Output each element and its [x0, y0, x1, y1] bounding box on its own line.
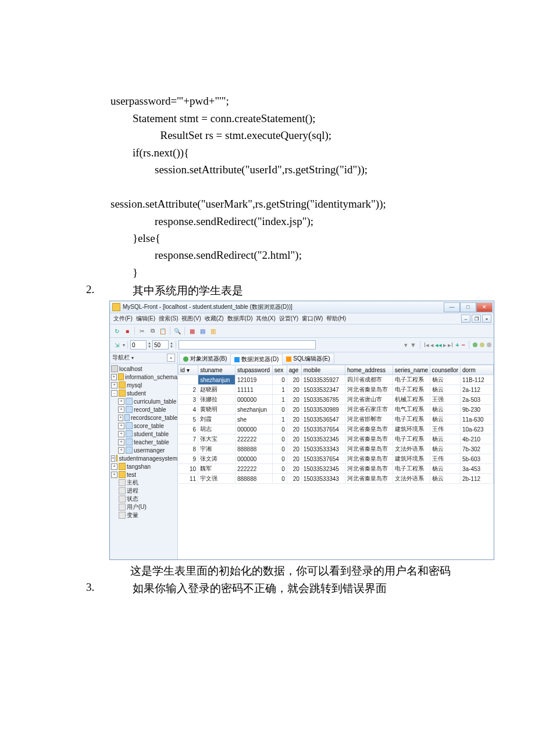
- nav-fastprev-icon[interactable]: ◂◂: [435, 341, 442, 349]
- tree-node[interactable]: +usermanger: [110, 446, 177, 454]
- spinner-down-icon[interactable]: ▼: [148, 345, 151, 348]
- data-grid[interactable]: id ▾stunamestupasswordsexagemobilehome_a…: [178, 365, 494, 559]
- maximize-button[interactable]: □: [460, 302, 476, 312]
- tree-node[interactable]: +student_table: [110, 430, 177, 438]
- view2-icon[interactable]: ▤: [198, 326, 207, 336]
- tree-root[interactable]: localhost: [110, 365, 177, 373]
- tree-expand-icon[interactable]: +: [111, 463, 117, 470]
- menu-item[interactable]: 收藏(Z): [204, 315, 225, 323]
- tree-node[interactable]: 状态: [110, 495, 177, 503]
- menu-item[interactable]: 设置(Y): [278, 315, 299, 323]
- table-row[interactable]: shezhanjun12101902015033535927四川省成都市电子工程…: [179, 375, 494, 385]
- tree-expand-icon[interactable]: +: [118, 406, 124, 413]
- tree-expand-icon[interactable]: +: [111, 382, 117, 388]
- column-header[interactable]: home_address: [345, 365, 393, 375]
- mdi-minimize-button[interactable]: –: [461, 315, 470, 323]
- column-header[interactable]: age: [287, 365, 301, 375]
- table-row[interactable]: 3张娜拉00000012015033536785河北省唐山市机械工程系王强2a-…: [179, 395, 494, 405]
- stop-icon[interactable]: ■: [123, 326, 132, 336]
- menu-item[interactable]: 帮助(H): [325, 315, 347, 323]
- tree-expand-icon[interactable]: +: [118, 439, 124, 445]
- copy-icon[interactable]: ⧉: [148, 326, 157, 336]
- nav-next-icon[interactable]: ▸: [443, 341, 447, 349]
- column-header[interactable]: dorm: [460, 365, 493, 375]
- table-row[interactable]: 6胡志00000002015033537654河北省秦皇岛市建筑环境系王伟10a…: [179, 425, 494, 434]
- menu-item[interactable]: 视图(V): [180, 315, 202, 323]
- table-row[interactable]: 5刘霞she12015033536547河北省邯郸市电子工程系杨云11a-630: [179, 415, 494, 425]
- menu-item[interactable]: 窗口(W): [301, 315, 324, 323]
- paste-icon[interactable]: 📋: [158, 326, 167, 336]
- column-header[interactable]: stuname: [198, 365, 236, 375]
- view3-icon[interactable]: ▥: [208, 326, 217, 336]
- spinner-down-icon[interactable]: ▼: [170, 345, 173, 348]
- page-size-input[interactable]: 50: [152, 340, 169, 350]
- tree-node[interactable]: +score_table: [110, 422, 177, 430]
- column-header[interactable]: series_name: [393, 365, 430, 375]
- sidebar-close-button[interactable]: ×: [167, 354, 175, 362]
- tree-node[interactable]: 进程: [110, 487, 177, 495]
- filter-input[interactable]: [179, 340, 316, 350]
- tree-node[interactable]: +record_table: [110, 405, 177, 413]
- table-row[interactable]: 9张文涛00000002015033537654河北省秦皇岛市建筑环境系王伟5b…: [179, 454, 494, 464]
- minimize-button[interactable]: —: [444, 302, 460, 312]
- cut-icon[interactable]: ✂: [137, 326, 147, 336]
- refresh-icon[interactable]: ↻: [112, 326, 122, 336]
- tab-object-browser[interactable]: 对象浏览器(B): [179, 353, 231, 364]
- table-row[interactable]: 4黄晓明shezhanjun02015033530989河北省石家庄市电气工程系…: [179, 405, 494, 415]
- tree-expand-icon[interactable]: +: [111, 472, 117, 478]
- tree-node[interactable]: +tangshan: [110, 462, 177, 470]
- table-row[interactable]: 11宇文强88888802015033533343河北省秦皇岛市文法外语系杨云2…: [179, 474, 494, 484]
- tree-node[interactable]: 主机: [110, 479, 177, 487]
- search-icon[interactable]: 🔍: [173, 326, 182, 336]
- dropdown-icon[interactable]: ▾: [123, 343, 125, 348]
- tree-expand-icon[interactable]: -: [111, 390, 117, 397]
- menu-item[interactable]: 数据库(D): [226, 315, 254, 323]
- tree-expand-icon[interactable]: +: [118, 398, 124, 405]
- menu-item[interactable]: 文件(F): [112, 315, 134, 323]
- menu-item[interactable]: 搜索(S): [158, 315, 179, 323]
- table-row[interactable]: 7张大宝22222202015033532345河北省秦皇岛市电子工程系杨云4b…: [179, 434, 494, 444]
- column-header[interactable]: id ▾: [179, 365, 198, 375]
- menu-item[interactable]: 其他(X): [255, 315, 276, 323]
- mdi-close-button[interactable]: ×: [482, 315, 491, 323]
- tree-expand-icon[interactable]: +: [111, 374, 117, 380]
- tree-node[interactable]: 变量: [110, 511, 177, 519]
- tree-expand-icon[interactable]: +: [118, 415, 123, 421]
- tree-node[interactable]: -student: [110, 389, 177, 397]
- mdi-restore-button[interactable]: ❐: [472, 315, 481, 323]
- tree-node[interactable]: +test: [110, 470, 177, 479]
- tree-expand-icon[interactable]: +: [118, 447, 124, 454]
- funnel-icon[interactable]: ▼: [410, 341, 416, 348]
- table-row[interactable]: 8宇湘88888802015033533343河北省秦皇岛市文法外语系杨云7b-…: [179, 444, 494, 454]
- close-button[interactable]: ✕: [476, 302, 493, 312]
- view-icon[interactable]: ▦: [187, 326, 197, 336]
- column-header[interactable]: mobile: [301, 365, 345, 375]
- tab-sql-editor[interactable]: SQL编辑器(E): [282, 353, 334, 364]
- tree-node[interactable]: +recordscore_table: [110, 413, 177, 422]
- tree-node[interactable]: +studentmanagesystem: [110, 454, 177, 462]
- tree-node[interactable]: 用户(U): [110, 503, 177, 511]
- tree-node[interactable]: +mysql: [110, 381, 177, 389]
- tree-node[interactable]: +information_schema: [110, 373, 177, 381]
- nav-first-icon[interactable]: І◂: [424, 341, 429, 349]
- tree-expand-icon[interactable]: +: [111, 455, 115, 462]
- tree-expand-icon[interactable]: +: [118, 431, 124, 437]
- nav-last-icon[interactable]: ▸І: [448, 341, 453, 349]
- page-from-input[interactable]: 0: [130, 340, 147, 350]
- tree-node[interactable]: +teacher_table: [110, 438, 177, 446]
- export-icon[interactable]: ⇲: [112, 340, 122, 350]
- tree-expand-icon[interactable]: +: [118, 423, 124, 429]
- column-header[interactable]: sex: [272, 365, 287, 375]
- tab-data-browser[interactable]: 数据浏览器(D): [230, 354, 283, 365]
- table-row[interactable]: 2赵晓丽1111112015033532347河北省秦皇岛市电子工程系杨云2a-…: [179, 385, 494, 395]
- column-header[interactable]: counsellor: [430, 365, 460, 375]
- column-header[interactable]: stupassword: [235, 365, 272, 375]
- nav-prev-icon[interactable]: ◂: [430, 341, 434, 349]
- add-icon[interactable]: +: [455, 341, 459, 348]
- dropdown-icon[interactable]: ▾: [131, 355, 134, 361]
- remove-icon[interactable]: −: [462, 341, 465, 348]
- table-row[interactable]: 10魏军22222202015033532345河北省秦皇岛市电子工程系杨云3a…: [179, 464, 494, 474]
- tree-node[interactable]: +curriculum_table: [110, 397, 177, 405]
- menu-item[interactable]: 编辑(E): [135, 315, 156, 323]
- filter-dropdown-icon[interactable]: ▾: [404, 341, 408, 349]
